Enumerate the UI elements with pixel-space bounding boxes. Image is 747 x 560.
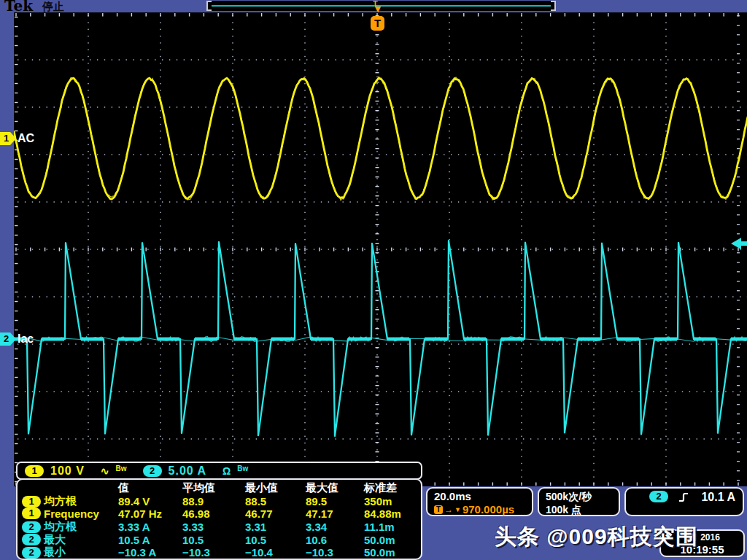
measurement-header-row: 值 平均值 最小值 最大值 标准差 xyxy=(22,481,417,494)
measurement-row: 2均方根3.33 A3.333.313.3411.1m xyxy=(22,520,417,533)
measurement-stddev: 350m xyxy=(364,495,417,508)
measurement-table: 值 平均值 最小值 最大值 标准差 1均方根89.4 V88.988.589.5… xyxy=(16,478,422,560)
measurement-min: 88.5 xyxy=(245,495,306,508)
measurement-row: 2最小−10.3 A−10.3−10.4−10.350.0m xyxy=(22,545,417,559)
measurement-row: 1Frequency47.07 Hz46.9846.7747.1784.88m xyxy=(22,508,417,521)
trigger-delay-row: T→▼970.000µs xyxy=(434,503,525,516)
record-length: 100k 点 xyxy=(546,503,612,516)
right-arrow-icon: → xyxy=(444,505,453,515)
tek-logo: Tek xyxy=(4,0,33,15)
channel-badge: 1 xyxy=(22,508,41,519)
ch1-label: AC xyxy=(18,132,34,145)
ch2-label: Iac xyxy=(18,332,34,346)
measurement-mean: 10.5 xyxy=(182,534,245,546)
col-mean: 平均值 xyxy=(182,481,245,495)
measurement-stddev: 84.88m xyxy=(364,508,417,520)
ch2-bandwidth-icon: Bw xyxy=(237,464,248,472)
measurement-name: 最大 xyxy=(44,533,118,547)
trigger-level-value: 10.1 A xyxy=(701,491,735,504)
trigger-delay-value: 970.000µs xyxy=(462,503,514,516)
measurement-max: 3.34 xyxy=(306,521,364,533)
measurement-max: 10.6 xyxy=(306,534,364,546)
col-min: 最小值 xyxy=(245,481,306,495)
channel-badge: 2 xyxy=(22,534,41,545)
measurement-value: 89.4 V xyxy=(118,495,182,508)
measurement-row: 1均方根89.4 V88.988.589.5350m xyxy=(22,494,417,508)
sample-rate: 500k次/秒 xyxy=(546,490,612,503)
record-end-bracket-icon xyxy=(551,1,556,11)
channel-badge: 2 xyxy=(22,547,41,559)
measurement-name: Frequency xyxy=(44,508,118,520)
measurement-name: 最小 xyxy=(44,545,118,559)
ch1-bandwidth-icon: Bw xyxy=(116,464,127,472)
measurement-mean: −10.3 xyxy=(182,546,245,559)
channel-badge: 1 xyxy=(22,496,41,508)
measurement-min: 46.77 xyxy=(245,508,306,520)
rising-edge-icon xyxy=(678,491,689,503)
measurement-stddev: 50.0m xyxy=(364,534,417,546)
measurement-mean: 3.33 xyxy=(182,521,245,533)
col-max: 最大值 xyxy=(306,481,364,495)
measurement-name: 均方根 xyxy=(44,520,118,534)
ch2-coupling-icon: Ω xyxy=(222,465,231,477)
ch1-scale: 100 V xyxy=(50,464,85,478)
down-arrow-icon: ▼ xyxy=(454,506,461,513)
trigger-t-badge: T xyxy=(371,16,384,31)
acquisition-status: 停止 xyxy=(42,0,64,14)
measurement-value: 10.5 A xyxy=(118,534,182,546)
measurement-max: −10.3 xyxy=(306,546,364,559)
ch1-badge: 1 xyxy=(25,465,44,477)
trigger-t-icon: T xyxy=(434,505,443,514)
measurement-mean: 46.98 xyxy=(182,508,245,520)
measurement-min: 3.31 xyxy=(245,521,306,533)
watermark-text: 头条 @009科技突围 xyxy=(495,522,698,552)
measurement-value: 3.33 A xyxy=(118,521,182,533)
channel-badge: 2 xyxy=(22,521,41,533)
measurement-stddev: 50.0m xyxy=(364,546,417,559)
record-start-bracket-icon xyxy=(206,1,212,11)
col-stddev: 标准差 xyxy=(364,481,417,495)
measurement-mean: 88.9 xyxy=(182,495,245,508)
trigger-position-arrow-icon: ▼ xyxy=(373,4,383,14)
measurement-max: 89.5 xyxy=(306,495,364,508)
measurement-max: 47.17 xyxy=(306,508,364,520)
channel-scale-bar: 1 100 V ∿Bw 2 5.00 A ΩBw xyxy=(16,462,422,480)
measurement-name: 均方根 xyxy=(44,494,118,508)
measurement-row: 2最大10.5 A10.510.510.650.0m xyxy=(22,533,417,546)
ch2-scale: 5.00 A xyxy=(169,464,207,478)
timebase-scale: 20.0ms xyxy=(434,490,525,502)
col-value: 值 xyxy=(118,481,182,495)
ch1-coupling-icon: ∿ xyxy=(101,465,109,477)
trigger-readout: 2 10.1 A xyxy=(624,487,744,516)
measurement-rows: 1均方根89.4 V88.988.589.5350m1Frequency47.0… xyxy=(22,494,417,559)
measurement-min: 10.5 xyxy=(245,534,306,546)
acquisition-readout: 500k次/秒 100k 点 xyxy=(538,487,620,516)
measurement-stddev: 11.1m xyxy=(364,521,417,533)
measurement-min: −10.4 xyxy=(245,546,306,559)
ch2-badge: 2 xyxy=(143,465,162,477)
timebase-readout: 20.0ms T→▼970.000µs xyxy=(426,487,533,516)
trigger-source-badge: 2 xyxy=(649,491,668,502)
measurement-value: −10.3 A xyxy=(118,546,182,559)
measurement-value: 47.07 Hz xyxy=(118,508,182,520)
